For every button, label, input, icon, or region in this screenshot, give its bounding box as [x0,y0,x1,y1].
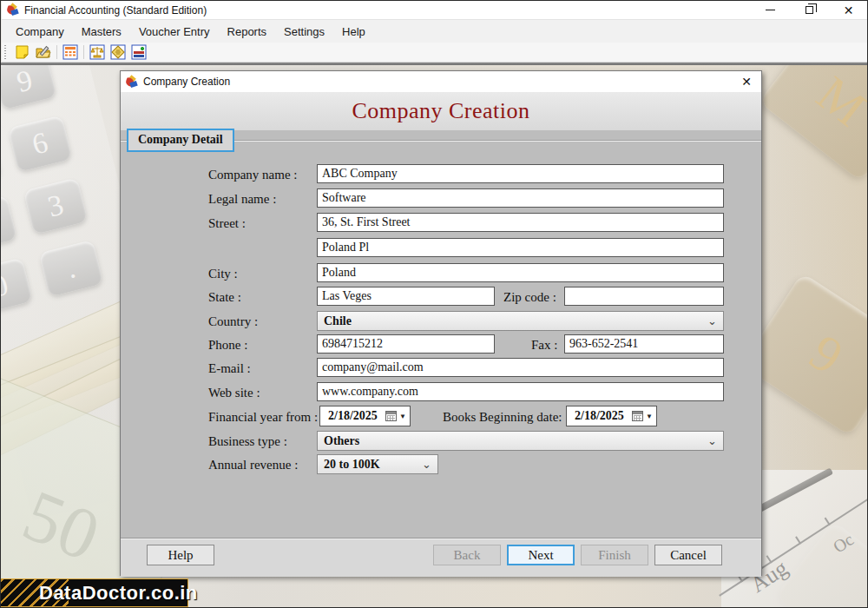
app-icon [6,3,19,17]
city-input[interactable] [317,263,724,282]
phone-label: Phone : [208,336,247,354]
menu-help[interactable]: Help [333,22,374,42]
country-label: Country : [208,313,258,330]
calendar-icon [385,411,397,421]
financial-year-label: Financial year from : [208,408,318,426]
dropdown-arrow-icon: ▼ [397,413,410,420]
annual-revenue-select[interactable]: 20 to 100K ⌄ [317,454,438,474]
restore-icon [806,6,813,14]
street-label: Street : [208,215,246,232]
menu-bar: Company Masters Voucher Entry Reports Se… [2,20,868,43]
website-input[interactable] [317,382,724,401]
new-note-icon[interactable] [12,43,33,62]
toolbar-grip[interactable] [4,45,9,59]
toolbar-separator [56,45,57,59]
close-icon: ✕ [741,75,752,89]
books-beginning-value: 2/18/2025 [567,409,624,423]
tab-company-detail[interactable]: Company Detail [127,129,234,152]
open-folder-icon[interactable] [33,43,54,62]
zip-code-label: Zip code : [503,288,556,306]
cancel-button[interactable]: Cancel [654,545,722,565]
business-type-value: Others [318,434,359,448]
legal-name-label: Legal name : [208,190,276,208]
street-input[interactable] [317,213,724,232]
state-label: State : [208,288,241,306]
toolbar-separator [83,45,84,59]
fax-input[interactable] [564,334,724,354]
minimize-icon [766,10,775,10]
dialog-header: Company Creation [121,92,761,130]
app-window: { "window": { "title": "Financial Accoun… [0,0,868,608]
books-beginning-datepicker[interactable]: 2/18/2025 ▼ [566,406,657,426]
dialog-close-button[interactable]: ✕ [732,71,761,92]
fax-label: Fax : [531,336,557,354]
finish-button[interactable]: Finish [581,545,648,565]
toolbar [2,43,868,63]
dropdown-arrow-icon: ▼ [643,413,656,420]
menu-voucher-entry[interactable]: Voucher Entry [130,22,219,42]
calendar-icon [632,411,643,421]
next-button[interactable]: Next [507,545,575,565]
legal-name-input[interactable] [317,188,724,208]
chart-label-oc: Oc [829,530,857,558]
books-beginning-label: Books Beginning date: [443,408,562,426]
datadoctor-watermark: DataDoctor.co.in [1,578,188,607]
email-label: E-mail : [208,360,251,377]
balance-scales-icon[interactable] [87,43,108,62]
dialog-heading: Company Creation [352,98,529,123]
calc-key: . [39,240,104,297]
dialog-title: Company Creation [143,76,230,88]
chevron-down-icon: ⌄ [422,459,437,470]
city-label: City : [208,265,238,282]
country-select[interactable]: Chile ⌄ [317,311,724,331]
calc-key: 9 [1,64,57,109]
watermark-text: DataDoctor.co.in [39,582,198,605]
calc-key: 6 [8,115,73,172]
dialog-titlebar: Company Creation ✕ [121,71,761,92]
company-name-label: Company name : [208,166,297,183]
menu-company[interactable]: Company [7,22,73,42]
close-icon: ✕ [844,4,854,17]
street2-input[interactable] [317,238,724,257]
email-input[interactable] [317,358,724,377]
financial-year-value: 2/18/2025 [320,409,378,423]
back-button[interactable]: Back [433,545,501,565]
add-ledger-icon[interactable] [128,43,149,62]
menu-reports[interactable]: Reports [219,22,276,42]
window-title: Financial Accounting (Standard Edition) [24,4,207,17]
dialog-icon [125,76,138,89]
financial-year-datepicker[interactable]: 2/18/2025 ▼ [319,406,411,426]
button-bar: Help Back Next Finish Cancel [121,539,761,577]
calc-key: 0 [1,257,33,314]
annual-revenue-label: Annual revenue : [208,456,298,473]
company-name-input[interactable] [317,164,724,183]
menu-settings[interactable]: Settings [275,22,333,42]
restore-button[interactable] [790,1,829,19]
business-type-select[interactable]: Others ⌄ [317,431,724,451]
menu-masters[interactable]: Masters [73,22,130,42]
minimize-button[interactable] [751,1,790,19]
country-value: Chile [318,314,352,328]
calc-key: 5 [1,133,2,190]
toolbar-divider [1,63,868,65]
phone-input[interactable] [317,334,495,354]
website-label: Web site : [208,384,260,401]
state-input[interactable] [317,287,495,306]
business-type-label: Business type : [208,433,287,450]
close-button[interactable]: ✕ [829,1,868,19]
calc-key: 2 [1,195,17,252]
annual-revenue-value: 20 to 100K [318,458,380,472]
calc-key: 3 [23,177,89,235]
ledger-book-icon[interactable] [108,43,128,62]
window-titlebar: Financial Accounting (Standard Edition) … [2,1,868,20]
help-button[interactable]: Help [147,545,214,565]
calculator-icon[interactable] [60,43,81,62]
chevron-down-icon: ⌄ [707,435,723,446]
chevron-down-icon: ⌄ [707,315,723,327]
company-creation-dialog: Company Creation ✕ Company Creation Comp… [120,70,762,576]
zip-code-input[interactable] [564,287,724,306]
